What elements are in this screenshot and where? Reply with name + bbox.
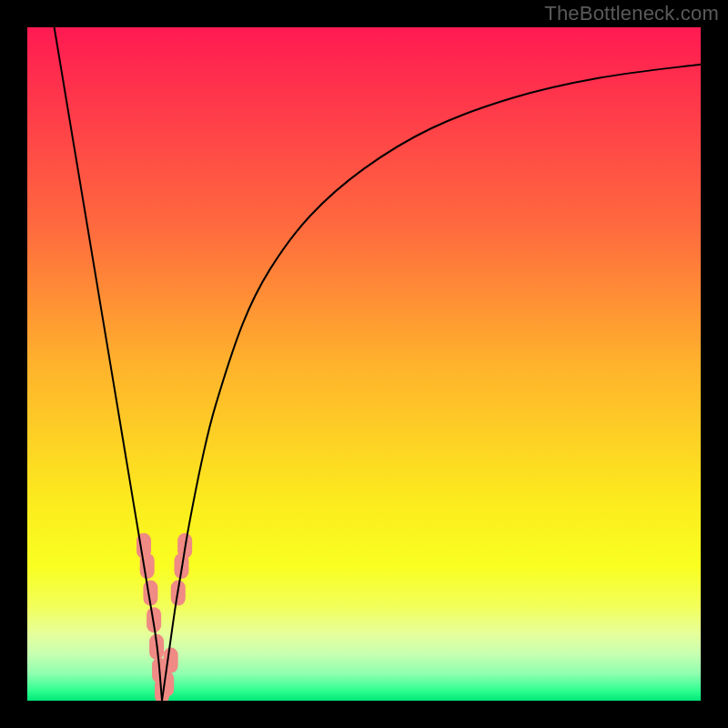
curve-layer (27, 27, 701, 701)
plot-area (27, 27, 701, 701)
watermark-text: TheBottleneck.com (544, 2, 719, 25)
right-branch-curve (162, 65, 701, 701)
chart-frame: TheBottleneck.com (0, 0, 728, 728)
